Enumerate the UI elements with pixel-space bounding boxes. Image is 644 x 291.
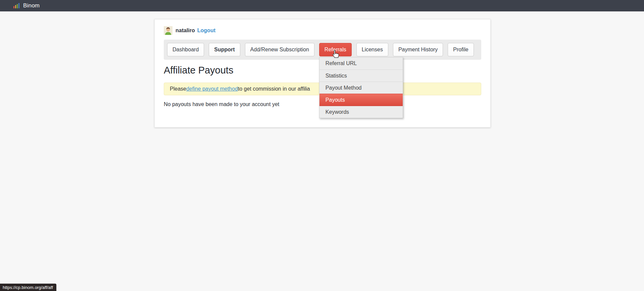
- menu-item-referral-url[interactable]: Referral URL: [319, 57, 403, 69]
- define-payout-method-link[interactable]: define payout method: [186, 86, 238, 92]
- tab-licenses[interactable]: Licenses: [356, 43, 388, 56]
- menu-item-statistics[interactable]: Statistics: [319, 69, 403, 82]
- referrals-dropdown-menu: Referral URL Statistics Payout Method Pa…: [319, 57, 403, 118]
- tab-referrals[interactable]: Referrals: [319, 43, 352, 56]
- menu-item-keywords[interactable]: Keywords: [319, 106, 403, 118]
- alert-text-suffix: to get commission in our affilia: [238, 86, 310, 92]
- main-card: nataliro Logout Dashboard Support Add/Re…: [154, 19, 491, 128]
- topbar: Binom: [0, 0, 644, 11]
- binom-bar-chart-logo-icon: [13, 3, 19, 8]
- tab-payment-history[interactable]: Payment History: [393, 43, 443, 56]
- nav-tabs: Dashboard Support Add/Renew Subscription…: [164, 40, 481, 60]
- tab-support[interactable]: Support: [209, 43, 240, 56]
- tab-profile[interactable]: Profile: [448, 43, 474, 56]
- status-url-tooltip: https://cp.binom.org/aff/aff: [0, 284, 56, 291]
- username: nataliro: [176, 28, 195, 34]
- logout-link[interactable]: Logout: [197, 28, 215, 34]
- menu-item-payout-method[interactable]: Payout Method: [319, 82, 403, 94]
- alert-text-prefix: Please: [170, 86, 186, 92]
- tab-add-renew-subscription[interactable]: Add/Renew Subscription: [245, 43, 314, 56]
- status-url-text: https://cp.binom.org/aff/aff: [3, 285, 53, 290]
- tab-dashboard[interactable]: Dashboard: [167, 43, 204, 56]
- menu-item-payouts[interactable]: Payouts: [319, 94, 403, 106]
- user-row: nataliro Logout: [164, 26, 481, 35]
- user-avatar: [164, 26, 172, 35]
- brand-title[interactable]: Binom: [23, 2, 40, 9]
